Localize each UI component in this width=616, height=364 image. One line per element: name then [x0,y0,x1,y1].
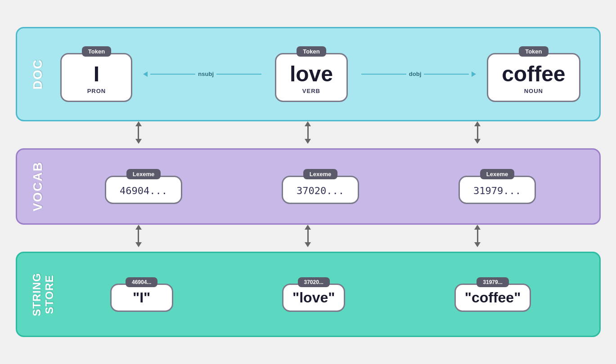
token-love-wrapper: Token love VERB [275,46,348,102]
v-line-vs-3 [477,230,478,242]
diagram: DOC Token I PRON nsubj Token [16,27,601,337]
lexeme-I-wrapper: Lexeme 46904... [105,169,182,204]
stringstore-label: STRING STORE [31,273,56,316]
arrow-3 [474,121,481,144]
token-coffee-text: coffee [502,62,565,86]
v-line-vs-1 [138,230,139,242]
doc-vocab-arrows [16,121,601,144]
token-love-pos: VERB [290,88,333,94]
lexeme-love-number: 37020... [297,185,344,196]
nsubj-line2 [216,74,261,75]
token-coffee-wrapper: Token coffee NOUN [487,46,580,102]
dobj-label: dobj [409,71,421,77]
token-coffee-card: coffee NOUN [487,53,580,102]
string-love-badge: 37020... [298,277,330,287]
tri-down-1 [135,139,142,144]
tri-up-2 [305,121,311,126]
tri-up-3 [474,121,481,126]
nsubj-arrow: nsubj [143,71,264,77]
vocab-cards-area: Lexeme 46904... Lexeme 37020... Lexeme 3… [55,169,586,204]
nsubj-left-head [143,71,148,77]
dobj-right-head [472,71,476,77]
dobj-line2 [424,74,469,75]
string-love-wrapper: 37020... "love" [282,277,345,312]
string-I-wrapper: 46904... "I" [110,277,173,312]
vocab-layer: VOCAB Lexeme 46904... Lexeme 37020... Le… [16,148,601,225]
string-I-value: "I" [121,289,163,306]
arrow-vs-3 [474,225,481,247]
arrow-vs-2 [305,225,311,247]
string-coffee-card: "coffee" [454,284,531,312]
token-love-badge: Token [297,46,326,57]
v-line-vs-2 [307,230,309,242]
token-I-text: I [75,62,117,86]
dobj-arrow: dobj [359,71,476,77]
arrow-vs-1 [135,225,142,247]
vocab-string-arrows [16,225,601,247]
vocab-label: VOCAB [31,161,55,211]
token-I-pos: PRON [75,88,117,94]
string-coffee-value: "coffee" [465,289,521,306]
lexeme-love-card: 37020... [282,176,359,204]
lexeme-coffee-card: 31979... [459,176,536,204]
token-love-text: love [290,62,333,86]
tri-down-3 [474,139,481,144]
token-coffee-badge: Token [519,46,548,57]
token-I-badge: Token [82,46,111,57]
stringstore-layer: STRING STORE 46904... "I" 37020... "love… [16,252,601,337]
lexeme-coffee-wrapper: Lexeme 31979... [459,169,536,204]
nsubj-label: nsubj [198,71,214,77]
string-I-card: "I" [110,284,173,312]
v-line-1 [138,126,139,139]
tri-up-vs-1 [135,225,142,230]
lexeme-love-wrapper: Lexeme 37020... [282,169,359,204]
doc-label: DOC [31,59,55,89]
string-I-badge: 46904... [126,277,157,287]
stringstore-cards-area: 46904... "I" 37020... "love" 31979... "c… [56,277,586,312]
token-coffee-pos: NOUN [502,88,565,94]
string-love-card: "love" [282,284,345,312]
arrow-1 [135,121,142,144]
tri-up-vs-2 [305,225,311,230]
arrow-2 [305,121,311,144]
tri-down-2 [305,139,311,144]
nsubj-line [150,74,195,75]
tri-up-vs-3 [474,225,481,230]
v-line-2 [307,126,309,139]
lexeme-coffee-number: 31979... [473,185,521,196]
string-coffee-wrapper: 31979... "coffee" [454,277,531,312]
token-I-wrapper: Token I PRON [60,46,132,102]
string-coffee-badge: 31979... [477,277,508,287]
tri-down-vs-2 [305,242,311,247]
tri-down-vs-3 [474,242,481,247]
doc-cards-area: Token I PRON nsubj Token love VERB [55,46,586,102]
lexeme-love-badge: Lexeme [303,169,337,179]
string-love-value: "love" [292,289,335,306]
v-line-3 [477,126,478,139]
lexeme-I-badge: Lexeme [126,169,161,179]
token-love-card: love VERB [275,53,348,102]
lexeme-I-number: 46904... [120,185,167,196]
tri-up-1 [135,121,142,126]
lexeme-I-card: 46904... [105,176,182,204]
tri-down-vs-1 [135,242,142,247]
dobj-line [361,74,406,75]
doc-layer: DOC Token I PRON nsubj Token [16,27,601,121]
token-I-card: I PRON [60,53,132,102]
lexeme-coffee-badge: Lexeme [480,169,514,179]
